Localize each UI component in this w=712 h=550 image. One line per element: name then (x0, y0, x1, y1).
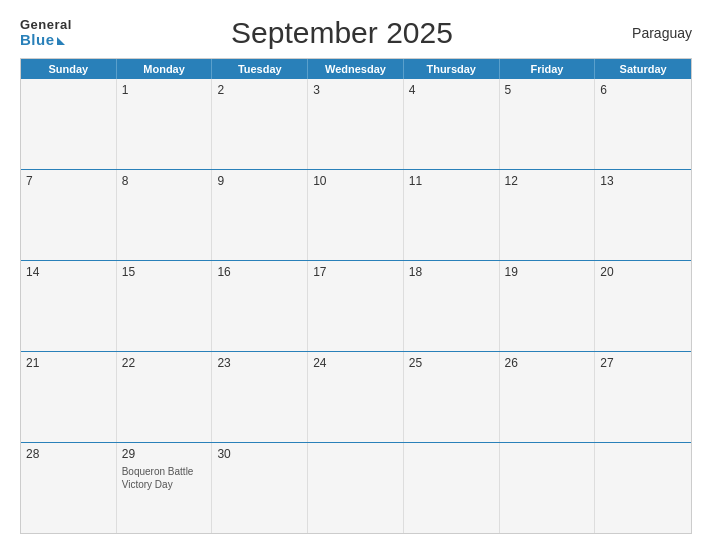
calendar-cell: 14 (21, 261, 117, 351)
calendar-cell: 17 (308, 261, 404, 351)
calendar-cell (308, 443, 404, 533)
country-label: Paraguay (612, 25, 692, 41)
calendar-cell: 4 (404, 79, 500, 169)
day-number: 23 (217, 356, 302, 370)
calendar-cell: 5 (500, 79, 596, 169)
weekday-header-cell: Saturday (595, 59, 691, 79)
calendar-cell: 30 (212, 443, 308, 533)
logo: General Blue (20, 18, 72, 49)
day-number: 2 (217, 83, 302, 97)
calendar-cell: 9 (212, 170, 308, 260)
day-number: 4 (409, 83, 494, 97)
page: General Blue September 2025 Paraguay Sun… (0, 0, 712, 550)
day-number: 20 (600, 265, 686, 279)
weekday-header-cell: Thursday (404, 59, 500, 79)
calendar-cell: 3 (308, 79, 404, 169)
calendar-week: 123456 (21, 79, 691, 170)
calendar-cell: 27 (595, 352, 691, 442)
day-number: 28 (26, 447, 111, 461)
weekday-header-cell: Wednesday (308, 59, 404, 79)
calendar-cell: 22 (117, 352, 213, 442)
day-number: 6 (600, 83, 686, 97)
weekday-header-cell: Sunday (21, 59, 117, 79)
calendar-body: 1234567891011121314151617181920212223242… (21, 79, 691, 533)
calendar-cell: 28 (21, 443, 117, 533)
logo-blue-text: Blue (20, 32, 65, 49)
calendar-cell: 6 (595, 79, 691, 169)
weekday-header-cell: Friday (500, 59, 596, 79)
calendar-cell: 19 (500, 261, 596, 351)
calendar-cell: 11 (404, 170, 500, 260)
calendar-cell: 26 (500, 352, 596, 442)
calendar-cell: 12 (500, 170, 596, 260)
calendar-cell: 15 (117, 261, 213, 351)
calendar-cell: 25 (404, 352, 500, 442)
weekday-header-row: SundayMondayTuesdayWednesdayThursdayFrid… (21, 59, 691, 79)
day-number: 13 (600, 174, 686, 188)
calendar-cell: 13 (595, 170, 691, 260)
day-number: 22 (122, 356, 207, 370)
logo-general-text: General (20, 18, 72, 32)
calendar-cell (595, 443, 691, 533)
calendar-cell: 21 (21, 352, 117, 442)
calendar-week: 78910111213 (21, 170, 691, 261)
calendar-cell: 10 (308, 170, 404, 260)
day-number: 19 (505, 265, 590, 279)
day-number: 1 (122, 83, 207, 97)
day-number: 29 (122, 447, 207, 461)
calendar-title: September 2025 (72, 16, 612, 50)
day-number: 14 (26, 265, 111, 279)
calendar-week: 14151617181920 (21, 261, 691, 352)
day-number: 18 (409, 265, 494, 279)
day-number: 17 (313, 265, 398, 279)
day-number: 10 (313, 174, 398, 188)
calendar-cell: 29Boqueron Battle Victory Day (117, 443, 213, 533)
day-number: 3 (313, 83, 398, 97)
calendar-cell: 20 (595, 261, 691, 351)
calendar-cell: 16 (212, 261, 308, 351)
day-number: 30 (217, 447, 302, 461)
calendar-event: Boqueron Battle Victory Day (122, 465, 207, 491)
calendar: SundayMondayTuesdayWednesdayThursdayFrid… (20, 58, 692, 534)
day-number: 16 (217, 265, 302, 279)
calendar-cell: 2 (212, 79, 308, 169)
day-number: 26 (505, 356, 590, 370)
day-number: 5 (505, 83, 590, 97)
calendar-cell (500, 443, 596, 533)
weekday-header-cell: Tuesday (212, 59, 308, 79)
logo-triangle-icon (57, 37, 65, 45)
calendar-cell: 24 (308, 352, 404, 442)
calendar-week: 2829Boqueron Battle Victory Day30 (21, 443, 691, 533)
calendar-cell (404, 443, 500, 533)
weekday-header-cell: Monday (117, 59, 213, 79)
day-number: 8 (122, 174, 207, 188)
day-number: 25 (409, 356, 494, 370)
day-number: 11 (409, 174, 494, 188)
day-number: 24 (313, 356, 398, 370)
day-number: 15 (122, 265, 207, 279)
day-number: 9 (217, 174, 302, 188)
calendar-week: 21222324252627 (21, 352, 691, 443)
calendar-cell: 18 (404, 261, 500, 351)
calendar-cell: 23 (212, 352, 308, 442)
calendar-cell: 7 (21, 170, 117, 260)
header: General Blue September 2025 Paraguay (20, 16, 692, 50)
calendar-cell: 1 (117, 79, 213, 169)
calendar-cell (21, 79, 117, 169)
day-number: 7 (26, 174, 111, 188)
day-number: 27 (600, 356, 686, 370)
day-number: 21 (26, 356, 111, 370)
day-number: 12 (505, 174, 590, 188)
calendar-cell: 8 (117, 170, 213, 260)
